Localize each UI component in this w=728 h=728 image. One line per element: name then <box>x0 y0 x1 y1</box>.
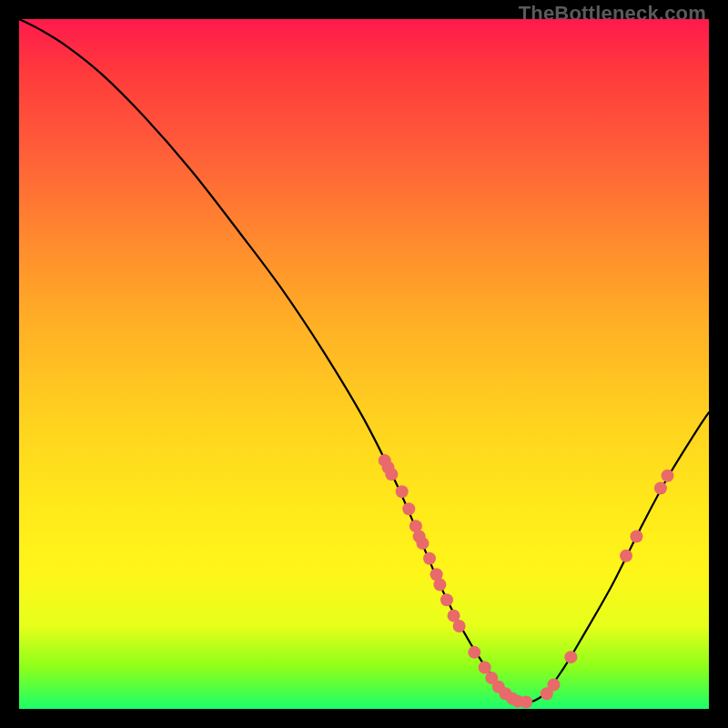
highlight-point <box>382 461 395 474</box>
highlight-point <box>468 646 480 659</box>
highlight-point <box>630 531 642 543</box>
highlight-point <box>402 502 415 515</box>
bottleneck-curve <box>19 19 709 703</box>
highlight-point <box>440 593 453 606</box>
plot-area <box>19 19 709 709</box>
highlight-point <box>564 651 577 663</box>
highlight-point <box>662 470 674 482</box>
highlight-point <box>423 552 436 565</box>
chart-svg <box>19 19 709 709</box>
highlight-point <box>433 579 446 592</box>
highlight-point <box>479 662 491 674</box>
highlight-point <box>396 485 409 498</box>
highlight-point <box>453 620 466 632</box>
chart-frame: TheBottleneck.com <box>0 0 728 728</box>
highlight-point <box>520 695 532 708</box>
highlight-point <box>620 550 632 562</box>
highlight-point <box>654 481 667 494</box>
highlight-point <box>547 678 560 691</box>
highlight-point <box>416 537 429 550</box>
marker-group <box>379 454 674 708</box>
